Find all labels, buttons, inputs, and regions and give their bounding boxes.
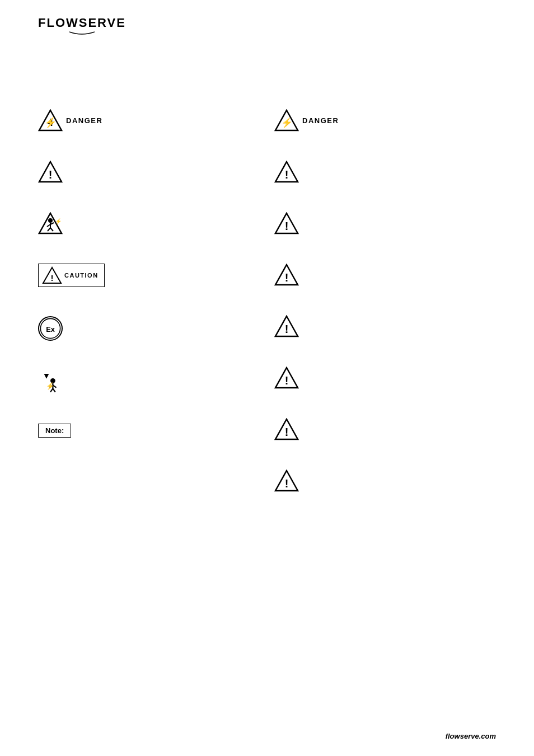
- warning-triangle-icon-right-6: !: [274, 418, 299, 440]
- svg-text:!: !: [285, 323, 289, 335]
- grounding-symbol-row: ⚡: [38, 370, 105, 395]
- svg-text:Ex: Ex: [46, 325, 55, 334]
- warning-triangle-icon-right-3: !: [274, 264, 299, 286]
- warning-triangle-row-left: !: [38, 161, 105, 183]
- warning-triangle-right-7: !: [274, 469, 339, 492]
- left-column: 4 ⚡ DANGER ! ⚡: [38, 109, 105, 467]
- svg-text:!: !: [51, 273, 54, 283]
- warning-triangle-icon-right-2: !: [274, 212, 299, 234]
- svg-line-11: [50, 228, 53, 231]
- svg-point-6: [48, 218, 53, 223]
- warning-triangle-right-2: !: [274, 212, 339, 234]
- svg-text:!: !: [285, 374, 289, 387]
- svg-text:⚡: ⚡: [44, 116, 57, 129]
- logo-area: FLOWSERVE: [38, 16, 126, 37]
- warning-triangle-right-5: !: [274, 367, 339, 389]
- caution-box: ! CAUTION: [38, 264, 105, 287]
- caution-box-row: ! CAUTION: [38, 264, 105, 287]
- svg-text:!: !: [49, 168, 53, 181]
- caution-label: CAUTION: [64, 272, 99, 279]
- warning-triangle-right-6: !: [274, 418, 339, 440]
- svg-text:!: !: [285, 271, 289, 284]
- svg-text:!: !: [285, 477, 289, 490]
- right-column: ⚡ DANGER ! ! !: [274, 109, 339, 521]
- svg-text:!: !: [285, 220, 289, 232]
- danger-label-right: DANGER: [302, 116, 339, 125]
- note-box-row: Note:: [38, 424, 105, 438]
- warning-person-row: ⚡: [38, 212, 105, 234]
- svg-line-10: [48, 228, 50, 231]
- warning-triangle-right-3: !: [274, 264, 339, 286]
- warning-triangle-icon-right-4: !: [274, 315, 299, 337]
- danger-icon-right: ⚡: [274, 109, 299, 132]
- warning-person-icon: ⚡: [38, 212, 63, 234]
- svg-text:!: !: [285, 168, 289, 181]
- warning-triangle-right-4: !: [274, 315, 339, 337]
- danger-label-left: DANGER: [66, 116, 102, 125]
- warning-triangle-icon-right-7: !: [274, 469, 299, 492]
- note-label: Note:: [45, 426, 64, 435]
- grounding-symbol-icon: ⚡: [38, 370, 63, 395]
- warning-triangle-right-1: !: [274, 161, 339, 183]
- warning-triangle-icon-left: !: [38, 161, 63, 183]
- svg-text:⚡: ⚡: [55, 218, 62, 225]
- note-box: Note:: [38, 424, 71, 438]
- footer-url: flowserve.com: [446, 732, 496, 740]
- warning-triangle-icon-right-5: !: [274, 367, 299, 389]
- danger-icon-left: 4 ⚡: [38, 109, 63, 132]
- warning-triangle-icon-right-1: !: [274, 161, 299, 183]
- danger-row-left: 4 ⚡ DANGER: [38, 109, 105, 132]
- ex-symbol-row: Ex: [38, 316, 105, 341]
- danger-row-right: ⚡ DANGER: [274, 109, 339, 132]
- svg-text:!: !: [285, 426, 289, 438]
- svg-text:⚡: ⚡: [281, 117, 293, 129]
- ex-symbol-icon: Ex: [38, 316, 63, 341]
- caution-triangle-icon: !: [42, 266, 62, 284]
- svg-text:⚡: ⚡: [46, 382, 55, 391]
- svg-marker-17: [44, 374, 49, 379]
